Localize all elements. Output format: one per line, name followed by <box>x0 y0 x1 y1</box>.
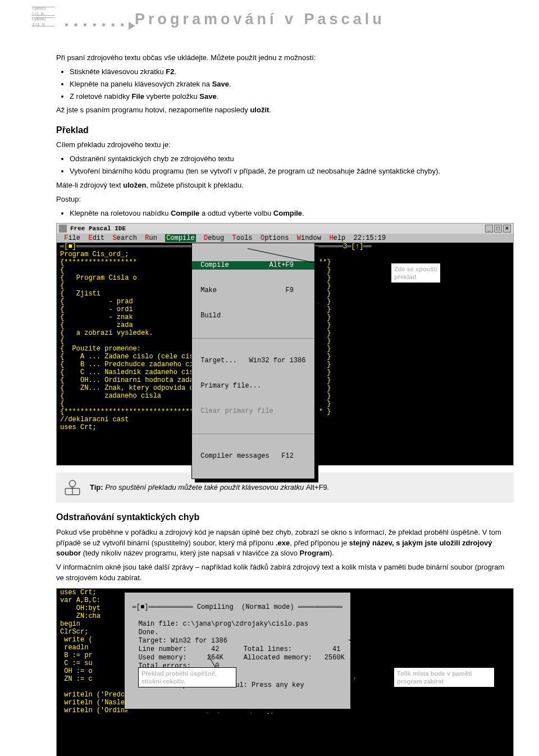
window-title: Free Pascal IDE <box>70 225 126 233</box>
ide-editor-area: uses Crt; var A,B,C: OH:byt ZN:cha begin… <box>57 589 513 756</box>
menu-item-compile[interactable]: Compile Alt+F9 <box>192 261 314 270</box>
ide-screenshot-compile-menu: Free Pascal IDE _ □ × File Edit Search R… <box>56 223 514 466</box>
callout-label: Tolik místa bude v paměti program zabíra… <box>394 667 495 687</box>
page-title: Programování v Pascalu <box>135 8 385 30</box>
paragraph: Pokud vše proběhne v pořádku a zdrojový … <box>56 527 514 559</box>
section-heading: Překlad <box>56 124 514 136</box>
bullet-list: Odstranění syntaktických chyb ze zdrojov… <box>56 154 514 177</box>
svg-point-1 <box>69 481 75 487</box>
maximize-button[interactable]: □ <box>494 225 502 233</box>
paragraph: Při psaní zdrojového textu občas vše ukl… <box>56 53 514 63</box>
callout-label: Zde se spouští překlad <box>391 263 441 283</box>
tip-text: Tip: Pro spuštění překladu můžete také p… <box>90 482 329 493</box>
list-item: Klepněte na roletovou nabídku Compile a … <box>70 208 514 219</box>
list-item: Vytvoření binárního kódu programu (ten s… <box>70 166 514 177</box>
bullet-list: Klepněte na roletovou nabídku Compile a … <box>56 208 514 219</box>
paragraph: Postup: <box>56 194 514 205</box>
bullet-list: Stiskněte klávesovou zkratku F2. Klepnět… <box>56 67 514 102</box>
arrow-right-icon <box>129 22 135 30</box>
close-button[interactable]: × <box>503 225 511 233</box>
deco-box: Cyklus2 J:=1, N <box>31 17 55 26</box>
menu-item-target[interactable]: Target... Win32 for i386 <box>192 357 314 365</box>
dialog-title: ═[■]═══════════ Compiling (Normal mode) … <box>130 603 345 612</box>
clock: 22:15:19 <box>354 234 386 242</box>
ide-menubar[interactable]: File Edit Search Run Compile Debug Tools… <box>57 234 513 243</box>
menu-item-compiler-messages[interactable]: Compiler messages F12 <box>192 452 314 461</box>
compile-dialog: ═[■]═══════════ Compiling (Normal mode) … <box>124 592 351 709</box>
menu-item-primary-file[interactable]: Primary file... <box>192 382 314 390</box>
callout-label: Překlad proběhl úspěšně, stiskni cokoliv… <box>138 667 236 687</box>
section-heading: Odstraňování syntaktických chyb <box>56 511 514 523</box>
ide-screenshot-compile-result: uses Crt; var A,B,C: OH:byt ZN:cha begin… <box>56 588 514 756</box>
ide-editor-area: ═[■]════════════════════════════════════… <box>57 243 513 465</box>
menu-compile[interactable]: Compile <box>165 234 195 242</box>
menu-item-clear-primary: Clear primary file <box>192 407 314 416</box>
lightbulb-book-icon <box>63 478 82 497</box>
app-icon <box>59 225 67 233</box>
header-diagram-deco: Cyklus1 I:=1, N Cyklus2 J:=1, N <box>6 6 62 34</box>
header-dots: • • • • • • • <box>65 17 135 33</box>
compile-dropdown[interactable]: Compile Alt+F9 Make F9 Build Target... W… <box>191 243 315 479</box>
paragraph: Cílem překladu zdrojového textu je: <box>56 140 514 151</box>
minimize-button[interactable]: _ <box>485 225 493 233</box>
list-item: Stiskněte klávesovou zkratku F2. <box>70 67 514 78</box>
page-header: Cyklus1 I:=1, N Cyklus2 J:=1, N • • • • … <box>0 0 539 39</box>
menu-item-build[interactable]: Build <box>192 312 314 320</box>
list-item: Odstranění syntaktických chyb ze zdrojov… <box>70 154 514 165</box>
paragraph: V informačním okně jsou také další zpráv… <box>56 562 514 584</box>
paragraph: Až jste s psaním programu hotovi, nezapo… <box>56 105 514 116</box>
deco-box: Cyklus1 I:=1, N <box>31 7 55 16</box>
ide-titlebar: Free Pascal IDE _ □ × <box>57 224 513 234</box>
dialog-body: Main file: c:\jana\prog\zdrojaky\cislo.p… <box>130 620 345 671</box>
list-item: Z roletové nabídky File vyberte položku … <box>70 92 514 102</box>
list-item: Klepněte na panelu klávesových zkratek n… <box>70 79 514 90</box>
paragraph: Máte-li zdrojový text uložen, můžete při… <box>56 180 514 191</box>
menu-item-make[interactable]: Make F9 <box>192 286 314 295</box>
